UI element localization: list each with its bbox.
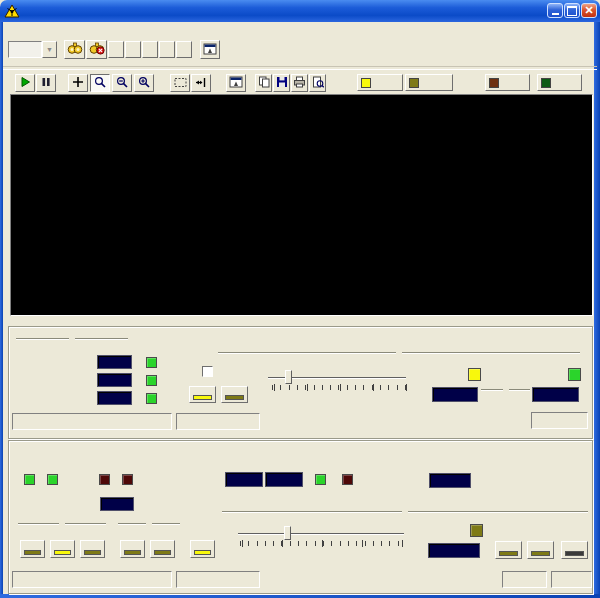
- toolbar-separator: [3, 66, 597, 70]
- maximize-button[interactable]: [564, 3, 580, 18]
- locked-led: [468, 368, 481, 381]
- zoom-out-icon: [116, 74, 128, 92]
- menu-optimization[interactable]: [22, 31, 38, 32]
- laser-error-status: [176, 571, 260, 588]
- heater-setpoint-input[interactable]: [225, 472, 263, 487]
- run-button[interactable]: [15, 74, 35, 92]
- pump-mode-title: [18, 523, 106, 524]
- fl-in-range-led: [568, 368, 581, 381]
- heater-setpoint-header: [222, 452, 266, 462]
- locker-toggle-button[interactable]: [357, 74, 403, 91]
- rf-in-range-led: [146, 357, 157, 368]
- print-preview-button[interactable]: [309, 74, 326, 92]
- locker-lock-state: [531, 412, 588, 429]
- close-button[interactable]: ✕: [581, 3, 597, 18]
- rin-hw-button[interactable]: [150, 540, 175, 558]
- wavelength-slider-track[interactable]: [238, 533, 404, 534]
- properties-button[interactable]: [200, 40, 220, 59]
- chp-on-button[interactable]: [190, 540, 215, 558]
- laser-chart: [11, 95, 590, 313]
- shut-down-led: [122, 474, 133, 485]
- op-active-led: [47, 474, 58, 485]
- fl-on-button[interactable]: [189, 386, 216, 403]
- pot-button[interactable]: [495, 541, 522, 559]
- acc-button[interactable]: [50, 540, 75, 558]
- save-button[interactable]: [273, 74, 290, 92]
- cls-button[interactable]: [125, 41, 141, 58]
- zoom-select-icon: [94, 74, 106, 92]
- op-enable-led: [24, 474, 35, 485]
- bnc-button[interactable]: [527, 541, 554, 559]
- zoom-select-button[interactable]: [90, 74, 110, 92]
- graph-properties-button[interactable]: [226, 74, 246, 92]
- marquee-icon: [174, 74, 187, 92]
- pan-icon: [195, 74, 208, 92]
- optical-power-value: [97, 391, 132, 405]
- move-tool-button[interactable]: [68, 74, 88, 92]
- frequency-slider-thumb[interactable]: [285, 370, 292, 384]
- rst-button[interactable]: [108, 41, 124, 58]
- save-icon: [276, 74, 288, 92]
- pump-hw-button[interactable]: [80, 540, 105, 558]
- menu-file[interactable]: [3, 31, 19, 32]
- move-tool-icon: [72, 74, 84, 92]
- reset-led: [541, 78, 551, 88]
- piezo-voltage-value: [97, 373, 132, 387]
- idn-button[interactable]: [142, 41, 158, 58]
- graph-properties-icon: [229, 74, 243, 92]
- rin-mode-title: [118, 523, 180, 524]
- zoom-in-icon: [138, 74, 150, 92]
- phase-inv-checkbox[interactable]: [202, 366, 213, 377]
- zoom-out-button[interactable]: [112, 74, 132, 92]
- output-power-value: [100, 497, 134, 511]
- pause-button[interactable]: [36, 74, 56, 92]
- marquee-button[interactable]: [170, 74, 190, 92]
- apc-button[interactable]: [20, 540, 45, 558]
- fl-hw-button[interactable]: [221, 386, 248, 403]
- piezo-setpoint-input[interactable]: [429, 473, 471, 488]
- optical-in-range-led: [146, 393, 157, 404]
- temp-stable-label: [303, 452, 335, 462]
- zoom-in-button[interactable]: [134, 74, 154, 92]
- pan-button[interactable]: [191, 74, 211, 92]
- app-window: ✕ ▼: [0, 0, 600, 598]
- binoculars-icon: [67, 41, 83, 59]
- wavelength-value[interactable]: [428, 543, 480, 558]
- log-toggle-button[interactable]: [485, 74, 530, 91]
- heater-shutdown-label: [332, 452, 362, 462]
- reset-toggle-button[interactable]: [537, 74, 582, 91]
- laser-lock-state: [551, 571, 592, 588]
- minimize-button[interactable]: [547, 3, 563, 18]
- locker-led: [361, 78, 371, 88]
- copy-button[interactable]: [255, 74, 272, 92]
- heater-monitor-value: [265, 472, 303, 487]
- sav-button[interactable]: [176, 41, 192, 58]
- heater-shutdown-led: [342, 474, 353, 485]
- piezo-setpoint-header: [427, 452, 471, 462]
- print-button[interactable]: [291, 74, 308, 92]
- com-port-dropdown-arrow[interactable]: ▼: [42, 41, 57, 58]
- measured-frequency-value: [532, 387, 579, 402]
- wavelength-slider-thumb[interactable]: [284, 526, 291, 540]
- window-border-left: [0, 22, 3, 598]
- rf-level-value: [97, 355, 132, 369]
- opt-button[interactable]: [159, 41, 175, 58]
- locker-error-status: [176, 413, 260, 430]
- frequency-locking-title: [218, 352, 580, 353]
- binoculars-button[interactable]: [64, 40, 85, 59]
- target-frequency-input[interactable]: [432, 387, 478, 402]
- print-preview-icon: [312, 74, 324, 92]
- laser-chart-panel: [10, 94, 593, 316]
- com-port-select[interactable]: [8, 41, 42, 58]
- pause-icon: [40, 74, 52, 92]
- heater-monitor-header: [261, 452, 305, 462]
- rin-on-button[interactable]: [120, 540, 145, 558]
- laser-warning-icon: [4, 4, 20, 18]
- lw-button[interactable]: [561, 541, 588, 559]
- correction-led: [470, 524, 483, 537]
- run-icon: [19, 74, 31, 92]
- laser-toggle-button[interactable]: [405, 74, 453, 91]
- menu-help[interactable]: [41, 31, 57, 32]
- binoculars-stop-button[interactable]: [86, 40, 107, 59]
- mhz-label: [481, 389, 530, 390]
